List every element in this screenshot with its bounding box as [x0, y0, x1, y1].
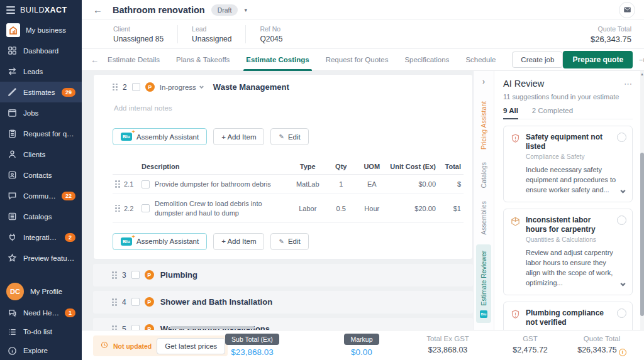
info-icon[interactable]: i — [619, 349, 626, 356]
sidebar-item-preview-features[interactable]: Preview features — [0, 248, 82, 268]
section-checkbox[interactable] — [131, 325, 140, 330]
mail-button[interactable] — [619, 2, 635, 18]
client-value[interactable]: Unassigned 85 — [113, 35, 164, 43]
sidebar-item-request-for-quotes[interactable]: Request for quotes — [0, 123, 82, 144]
tab-request-for-quotes[interactable]: Request for Quotes — [326, 49, 389, 71]
table-row[interactable]: 2.2 Demolition Crew to load debris into … — [113, 194, 464, 223]
drag-handle-icon[interactable] — [115, 205, 120, 212]
ai-review-subtitle: 11 suggestions found in your estimate — [503, 93, 633, 101]
section-wall-flooring[interactable]: 5 P Wall & Flooring Installations — [93, 318, 473, 330]
add-item-button[interactable]: + Add Item — [213, 233, 264, 250]
tab-plans-takeoffs[interactable]: Plans & Takeoffs — [176, 49, 230, 71]
prepare-quote-button[interactable]: Prepare quote — [563, 51, 633, 68]
item-description[interactable]: Provide dumpster for bathroom debris — [155, 180, 271, 188]
status-dropdown[interactable]: In-progress — [160, 84, 204, 91]
tab-schedule[interactable]: Schedule — [465, 49, 496, 71]
tab-specifications[interactable]: Specifications — [404, 49, 449, 71]
sidebar-item-clients[interactable]: Clients — [0, 144, 82, 165]
forward-arrow-icon[interactable]: ⇢ — [639, 55, 644, 65]
item-unit-cost[interactable]: $0.00 — [387, 175, 438, 194]
suggestion-card[interactable]: Safety equipment not listed Compliance &… — [503, 126, 633, 202]
section-shower-bath[interactable]: 4 P Shower and Bath Installation — [93, 291, 473, 314]
item-description[interactable]: Demolition Crew to load debris into dump… — [155, 199, 287, 217]
section-plumbing[interactable]: 3 P Plumbing — [93, 264, 473, 286]
drag-handle-icon[interactable] — [112, 271, 117, 279]
tab-estimate-costings[interactable]: Estimate Costings — [246, 49, 309, 71]
row-checkbox[interactable] — [142, 180, 150, 188]
totals-footer: Not updated Get latest prices Sub Total … — [82, 330, 644, 360]
assembly-assistant-button[interactable]: Blu Assembly Assistant — [113, 128, 207, 145]
create-job-button[interactable]: Create job — [512, 52, 563, 68]
suggestion-complete-radio[interactable] — [617, 215, 626, 225]
sidebar-item-catalogs[interactable]: Catalogs — [0, 206, 82, 227]
expand-chevron-icon[interactable] — [619, 188, 626, 197]
expand-chevron-icon[interactable] — [619, 281, 626, 290]
markup-value[interactable]: $0.00 — [327, 347, 396, 357]
item-unit-cost[interactable]: $20.00 — [387, 194, 438, 223]
tabs-back-arrow-icon[interactable]: ← — [91, 55, 99, 65]
status-p-icon: P — [145, 297, 154, 307]
sidebar-item-integrations[interactable]: Integrations 2 — [0, 227, 82, 248]
suggestion-card[interactable]: Plumbing compliance not verified Complia… — [503, 302, 633, 330]
sidebar-item-todo-list[interactable]: To-do list — [0, 322, 82, 341]
sidebar-item-leads[interactable]: Leads — [0, 61, 82, 82]
sidebar-item-my-profile[interactable]: DC My Profile — [0, 280, 82, 303]
item-uom[interactable]: Hour — [356, 194, 387, 223]
overflow-menu-icon[interactable]: ⋯ — [624, 79, 633, 89]
sidebar-item-need-help[interactable]: Need Help? 1 — [0, 303, 82, 322]
sidebar-item-estimates[interactable]: Estimates 29 — [0, 82, 82, 102]
item-uom[interactable]: EA — [356, 175, 387, 194]
table-row[interactable]: 2.1 Provide dumpster for bathroom debris… — [113, 175, 464, 194]
client-info: Client Unassigned 85 — [113, 25, 178, 43]
add-item-button[interactable]: + Add Item — [213, 128, 264, 145]
tab-estimate-details[interactable]: Estimate Details — [108, 49, 160, 71]
suggestion-complete-radio[interactable] — [617, 133, 626, 142]
drag-handle-icon[interactable] — [113, 84, 118, 91]
integrations-count-badge: 2 — [65, 233, 75, 242]
chevron-down-icon — [199, 84, 204, 90]
hamburger-menu-icon[interactable] — [6, 6, 15, 14]
sidebar-item-dashboard[interactable]: Dashboard — [0, 40, 82, 61]
tab-pricing-assistant[interactable]: Pricing Assistant — [480, 95, 487, 156]
subtotal-value[interactable]: $23,868.03 — [214, 347, 290, 357]
tab-catalogs[interactable]: Catalogs — [480, 156, 487, 194]
gst-column: GST $2,475.72 — [492, 335, 568, 354]
section-checkbox[interactable] — [131, 298, 140, 306]
item-qty[interactable]: 1 — [326, 175, 356, 194]
drag-handle-icon[interactable] — [112, 298, 117, 306]
scrollbar-thumb[interactable] — [640, 153, 644, 316]
item-qty[interactable]: 0.5 — [326, 194, 356, 223]
panel-collapse-icon[interactable]: › — [482, 77, 485, 86]
suggestion-complete-radio[interactable] — [617, 308, 626, 318]
sidebar-item-explore[interactable]: Explore — [0, 341, 82, 360]
business-logo-icon — [6, 23, 20, 37]
scroll-up-icon[interactable]: ▲ — [640, 72, 644, 76]
horizontal-scrollbar[interactable] — [236, 326, 245, 329]
suggestion-card[interactable]: Inconsistent labor hours for carpentry Q… — [503, 209, 633, 295]
clients-icon — [6, 149, 18, 160]
internal-notes-input[interactable]: Add internal notes — [114, 104, 464, 112]
title-caret-icon[interactable]: ▾ — [244, 7, 247, 13]
tab-all-suggestions[interactable]: 9 All — [503, 107, 518, 119]
row-checkbox[interactable] — [142, 204, 150, 212]
tab-completed-suggestions[interactable]: 2 Completed — [532, 107, 573, 119]
sidebar-item-contacts[interactable]: Contacts — [0, 165, 82, 185]
edit-button[interactable]: ✎ Edit — [270, 233, 308, 250]
sidebar-item-my-business[interactable]: My business — [0, 19, 82, 40]
section-header-row: 2 P In-progress Waste Management — [113, 82, 464, 92]
tab-estimate-reviewer[interactable]: Estimate Reviewer Blu — [476, 244, 491, 323]
sidebar-item-communications[interactable]: Communica... 22 — [0, 185, 82, 206]
section-checkbox[interactable] — [132, 83, 140, 91]
drag-handle-icon[interactable] — [115, 180, 120, 188]
back-arrow-icon[interactable]: ← — [93, 4, 103, 15]
drag-handle-icon[interactable] — [112, 325, 117, 330]
edit-button[interactable]: ✎ Edit — [270, 128, 308, 145]
quote-total-column: Quote Total $26,343.75i — [562, 335, 642, 356]
sidebar-item-jobs[interactable]: Jobs — [0, 102, 82, 123]
lead-value[interactable]: Unassigned — [192, 35, 231, 43]
assembly-assistant-button[interactable]: Blu Assembly Assistant — [113, 233, 207, 250]
section-checkbox[interactable] — [131, 271, 140, 279]
vertical-scrollbar[interactable]: ▲ — [640, 71, 644, 330]
dashboard-icon — [6, 45, 18, 57]
tab-assemblies[interactable]: Assemblies — [480, 195, 487, 241]
